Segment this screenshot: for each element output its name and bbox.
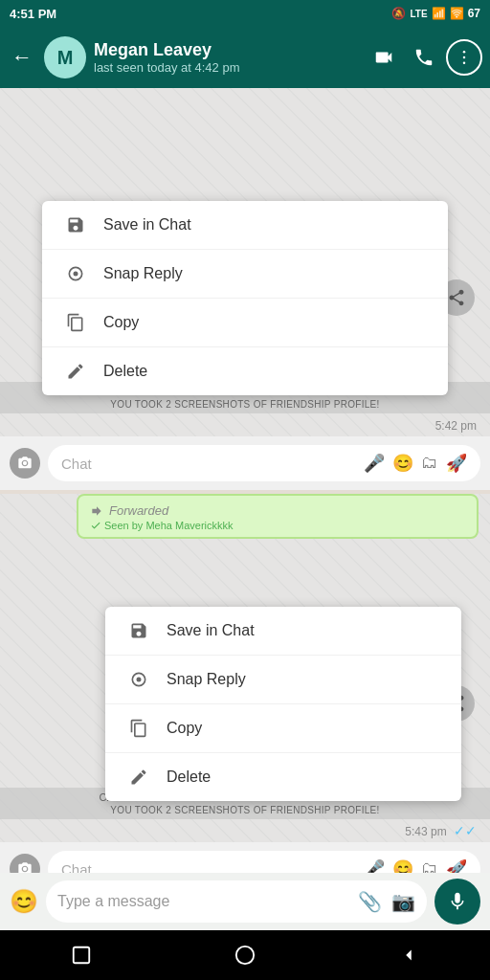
timestamp-1: 5:42 pm xyxy=(435,419,477,433)
forwarded-label: Forwarded xyxy=(90,503,465,518)
context-menu-1: Save in Chat Snap Reply Copy Delete xyxy=(42,201,448,395)
status-time: 4:51 PM xyxy=(10,7,56,21)
chat-input-field-1[interactable]: Chat 🎤 😊 🗂 🚀 xyxy=(48,445,480,481)
menu-label-save-in-chat-1: Save in Chat xyxy=(103,216,191,234)
double-tick-icon: ✓✓ xyxy=(454,823,477,838)
status-bar: 4:51 PM 🔕 LTE 📶 🛜 67 xyxy=(0,0,490,27)
svg-point-10 xyxy=(236,947,254,964)
mic-icon-1[interactable]: 🎤 xyxy=(364,453,385,474)
voice-call-button[interactable] xyxy=(406,39,442,76)
bottom-input-area: 😊 Type a message 📎 📷 xyxy=(0,873,490,930)
menu-item-save-in-chat-1[interactable]: Save in Chat xyxy=(42,201,448,250)
delete-icon-1 xyxy=(65,361,86,382)
nav-square-button[interactable] xyxy=(62,936,100,974)
svg-point-1 xyxy=(463,56,466,59)
copy-icon-1 xyxy=(65,312,86,333)
menu-label-snap-reply-1: Snap Reply xyxy=(103,265,183,282)
status-icons: 🔕 LTE 📶 🛜 67 xyxy=(391,7,480,20)
chat-panel-1: Save in Chat Snap Reply Copy Delete can … xyxy=(0,88,490,490)
emoji-button[interactable]: 😊 xyxy=(10,888,38,915)
signal-icon: 📶 xyxy=(432,7,446,20)
menu-label-copy-2: Copy xyxy=(167,720,202,737)
contact-avatar[interactable]: M xyxy=(44,36,86,78)
svg-marker-11 xyxy=(406,950,412,961)
message-input-placeholder: Type a message xyxy=(57,893,348,910)
back-button[interactable]: ← xyxy=(8,41,36,74)
contact-name: Megan Leavey xyxy=(94,40,358,61)
menu-item-delete-2[interactable]: Delete xyxy=(105,753,461,801)
menu-item-delete-1[interactable]: Delete xyxy=(42,347,448,395)
snap-reply-icon-1 xyxy=(65,263,86,284)
delete-icon-2 xyxy=(128,767,149,788)
camera-button[interactable]: 📷 xyxy=(391,890,415,913)
chat-input-bar-1: Chat 🎤 😊 🗂 🚀 xyxy=(0,436,490,490)
emoji-icon-1[interactable]: 😊 xyxy=(392,453,413,474)
menu-item-copy-1[interactable]: Copy xyxy=(42,299,448,347)
menu-label-copy-1: Copy xyxy=(103,314,139,331)
copy-icon-2 xyxy=(128,718,149,739)
mic-button[interactable] xyxy=(434,879,480,924)
save-in-chat-icon-1 xyxy=(65,214,86,235)
header-action-icons xyxy=(366,39,482,76)
svg-point-4 xyxy=(74,272,78,277)
timestamp-2: 5:43 pm ✓✓ xyxy=(405,823,477,838)
menu-label-snap-reply-2: Snap Reply xyxy=(167,671,246,688)
chat-panel-2: Forwarded Seen by Meha Maverickkkk Save … xyxy=(0,494,490,896)
seen-label: Seen by Meha Maverickkkk xyxy=(90,520,465,531)
save-in-chat-icon-2 xyxy=(128,620,149,641)
svg-rect-9 xyxy=(74,947,90,964)
contact-info: Megan Leavey last seen today at 4:42 pm xyxy=(94,40,358,76)
nav-home-button[interactable] xyxy=(226,936,264,974)
contact-status: last seen today at 4:42 pm xyxy=(94,60,358,75)
input-icon-group-1: 🎤 😊 🗂 🚀 xyxy=(364,453,467,474)
chat-header: ← M Megan Leavey last seen today at 4:42… xyxy=(0,27,490,88)
mute-icon: 🔕 xyxy=(391,7,406,20)
menu-item-snap-reply-1[interactable]: Snap Reply xyxy=(42,250,448,299)
battery-icon: 67 xyxy=(468,7,480,20)
menu-item-save-in-chat-2[interactable]: Save in Chat xyxy=(105,607,461,656)
svg-point-0 xyxy=(463,51,466,54)
message-input-wrap[interactable]: Type a message 📎 📷 xyxy=(46,880,427,923)
video-call-button[interactable] xyxy=(366,39,402,76)
wifi-icon: 🛜 xyxy=(450,7,464,20)
svg-point-5 xyxy=(23,461,27,465)
svg-point-7 xyxy=(137,678,142,682)
menu-item-copy-2[interactable]: Copy xyxy=(105,704,461,753)
menu-label-delete-1: Delete xyxy=(103,363,147,380)
menu-item-snap-reply-2[interactable]: Snap Reply xyxy=(105,656,461,704)
svg-point-2 xyxy=(463,62,466,65)
network-icon: LTE xyxy=(410,9,427,19)
camera-btn-1[interactable] xyxy=(10,448,40,479)
menu-label-save-in-chat-2: Save in Chat xyxy=(167,622,255,639)
context-menu-2: Save in Chat Snap Reply Copy Delete xyxy=(105,607,461,801)
forwarded-bubble: Forwarded Seen by Meha Maverickkkk xyxy=(77,494,479,539)
attach-button[interactable]: 📎 xyxy=(358,890,382,913)
more-options-button[interactable] xyxy=(446,39,482,76)
sticker-icon-1[interactable]: 🗂 xyxy=(421,453,438,474)
navigation-bar xyxy=(0,930,490,980)
svg-point-8 xyxy=(23,867,27,871)
menu-label-delete-2: Delete xyxy=(167,768,211,786)
chat-input-placeholder-1: Chat xyxy=(61,456,356,472)
nav-back-button[interactable] xyxy=(390,936,428,974)
rocket-icon-1[interactable]: 🚀 xyxy=(446,453,467,474)
snap-reply-icon-2 xyxy=(128,669,149,690)
